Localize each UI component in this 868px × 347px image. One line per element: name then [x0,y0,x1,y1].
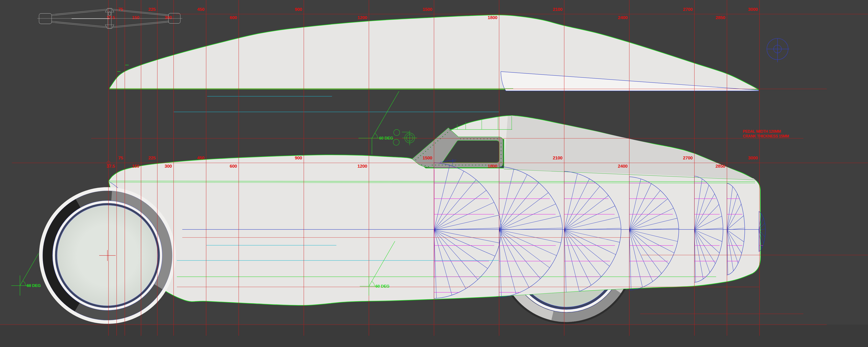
rivet [460,138,461,139]
rivet [421,164,422,165]
station-label-mid-2700: 2700 [683,155,693,160]
station-label-mid-1500: 1500 [423,155,432,160]
station-label-top-1200: 1200 [358,15,367,20]
station-label-top-225: 225 [148,7,156,12]
station-label-top-2100: 2100 [553,7,562,12]
rivet [425,151,426,152]
rivet [428,149,428,150]
rivet [418,157,418,158]
rivet [428,166,429,167]
rivet [477,138,477,139]
rivet [464,138,464,139]
station-label-top-450: 450 [197,7,205,12]
rivet [501,158,501,159]
note-crank-thickness: CRANK THICKNESS 15MM [743,134,789,138]
rivet [423,153,423,154]
station-label-mid-225: 225 [148,155,156,160]
rivet [469,165,469,165]
rivet [497,138,498,139]
angle-label: 60 DEG [27,283,41,288]
station-label-mid-75: 75 [118,155,123,160]
rivet [473,138,474,139]
station-label-mid-3000: 3000 [748,155,758,160]
rivet [437,140,438,141]
rivet [482,165,483,165]
station-label-top-600: 600 [229,15,237,20]
station-label-top-3000: 3000 [748,7,758,12]
station-label-mid-37.5: 37.5 [106,163,115,168]
rivet [435,165,436,165]
rivet [467,138,467,139]
rivet [455,165,456,165]
rivet [432,145,433,145]
rivet [475,165,476,165]
station-label-top-2850: 2850 [715,15,725,20]
station-label-top-2700: 2700 [683,7,693,12]
station-label-mid-900: 900 [295,155,302,160]
station-label-top-1500: 1500 [423,7,432,12]
rivet [501,143,501,144]
rivet [430,147,431,148]
station-label-top-2400: 2400 [618,15,627,20]
rivet [450,130,450,131]
rivet [462,165,463,165]
station-label-mid-150: 150 [132,163,139,168]
rivet [420,155,421,156]
rivet [459,165,459,165]
rivet [487,138,488,139]
drawing-canvas: 37.537.575751501502252253003004504506006… [0,0,868,347]
rivet [465,165,466,165]
rivet [486,165,486,165]
rivet [472,165,473,165]
rivet [480,138,481,139]
rivet [440,138,440,139]
rivet [442,136,443,137]
rivet [447,132,448,133]
station-label-mid-600: 600 [229,163,237,168]
rivet [501,154,501,155]
rivet [470,138,471,139]
note-pedal-width: PEDAL WIDTH 120MM [743,129,781,134]
rivet [484,138,484,139]
rivet [445,134,445,135]
station-label-top-900: 900 [295,7,302,12]
rivet [479,165,479,165]
cad-viewport: 37.537.575751501502252253003004504506006… [0,0,868,347]
station-label-mid-2850: 2850 [715,163,725,168]
rivet [501,147,501,147]
station-label-mid-2400: 2400 [618,163,627,168]
station-label-mid-1200: 1200 [358,163,367,168]
rivet [501,151,501,151]
rivet [432,165,432,165]
station-label-mid-2100: 2100 [553,155,562,160]
station-label-mid-450: 450 [197,155,205,160]
station-label-mid-1800: 1800 [488,163,497,168]
rivet [435,143,436,144]
rivet [445,165,446,165]
rivet [490,138,491,139]
rivet [415,159,416,160]
station-label-top-150: 150 [132,15,139,20]
rivet [439,165,439,165]
rivet [442,165,443,165]
angle-label: 60 DEG [375,284,390,288]
station-label-top-1800: 1800 [488,15,497,20]
rivet [494,138,494,139]
rivet [452,165,453,165]
rivet [501,162,501,162]
station-label-mid-300: 300 [164,163,172,168]
rivet [425,165,425,166]
angle-label: 60 DEG [379,136,393,140]
